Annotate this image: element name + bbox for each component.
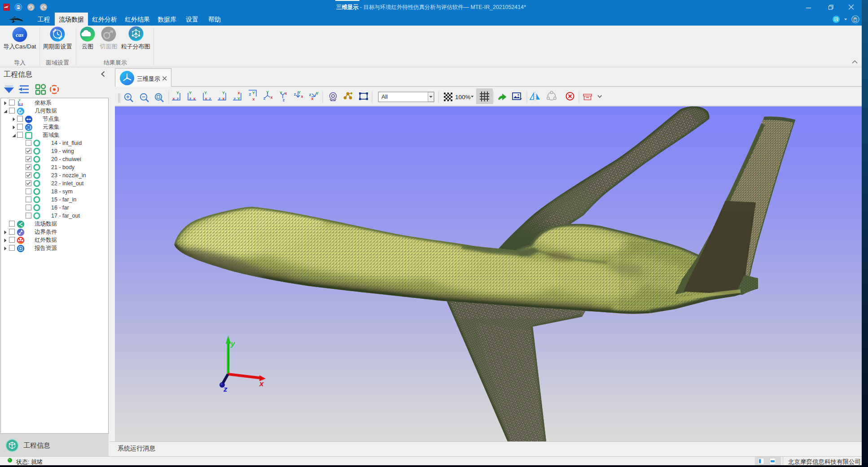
svg-text:z: z (19, 102, 21, 105)
svg-text:z: z (249, 92, 251, 96)
svg-text:x: x (270, 95, 272, 100)
svg-text:x: x (237, 91, 240, 95)
svg-text:All: All (381, 94, 388, 100)
svg-text:z: z (283, 98, 285, 102)
svg-text:Y: Y (298, 90, 301, 95)
svg-text:Y: Y (222, 91, 225, 95)
svg-text:z: z (263, 96, 266, 100)
svg-text:Y: Y (19, 99, 21, 102)
svg-text:100%: 100% (455, 94, 471, 100)
svg-text:x: x (22, 102, 23, 105)
svg-text:Y: Y (189, 91, 192, 95)
svg-text:z: z (223, 385, 228, 393)
svg-text:y: y (230, 340, 236, 348)
svg-text:Y: Y (204, 91, 207, 95)
svg-text:x: x (301, 94, 303, 99)
svg-text:Y: Y (252, 91, 255, 95)
svg-text:Y: Y (176, 91, 179, 95)
svg-text:x: x (252, 97, 254, 101)
svg-text:x: x (259, 380, 264, 388)
svg-text:z: z (294, 92, 296, 96)
svg-text:x: x (285, 91, 287, 96)
svg-text:cas: cas (16, 31, 23, 38)
